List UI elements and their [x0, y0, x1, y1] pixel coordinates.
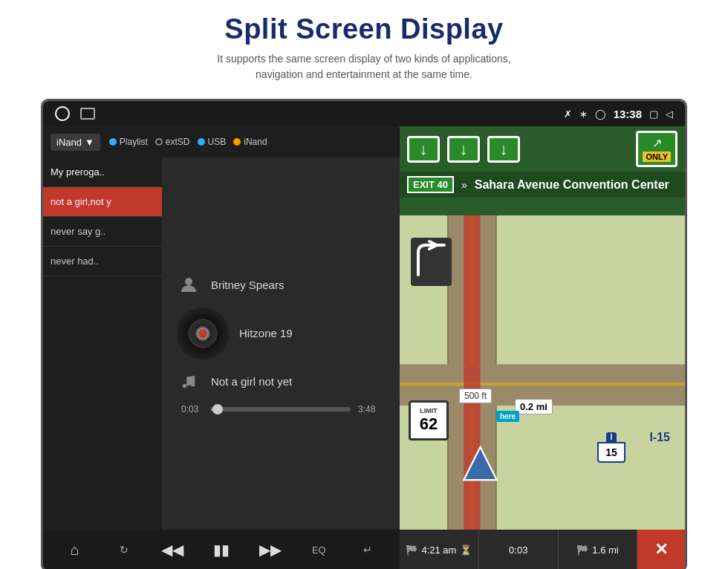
source-selector: iNand ▼ Playlist extSD USB: [43, 126, 400, 157]
track-info: Britney Spears Hitzone 19: [169, 273, 392, 394]
exit-info-bar: EXIT 40 » Sahara Avenue Convention Cente…: [400, 172, 685, 198]
playlist-item-2[interactable]: not a girl,not y: [43, 187, 162, 217]
album-row: Hitzone 19: [177, 308, 392, 360]
artist-name: Britney Spears: [211, 279, 284, 291]
status-right: ✗ ∗ ◯ 13:38 ▢ ◁: [564, 108, 673, 120]
radio-dot-playlist: [109, 138, 117, 146]
svg-rect-8: [400, 383, 685, 386]
music-note-icon: [177, 370, 201, 394]
status-time: 13:38: [614, 108, 642, 120]
page-subtitle: It supports the same screen display of t…: [45, 51, 683, 82]
page-title: Split Screen Display: [45, 13, 683, 45]
device-frame: ✗ ∗ ◯ 13:38 ▢ ◁ iNand ▼ Playlist: [41, 99, 687, 569]
close-icon: ✕: [654, 540, 668, 559]
eq-button[interactable]: EQ: [304, 535, 334, 565]
close-button[interactable]: ✕: [637, 530, 685, 569]
controls-bar: ⌂ ↻ ◀◀ ▮▮ ▶▶ EQ ↵: [43, 530, 400, 569]
speed-value: 62: [420, 414, 438, 434]
status-left: [55, 106, 95, 121]
playlist-sidebar: My preroga.. not a girl,not y never say …: [43, 157, 162, 530]
interstate-label: I: [606, 432, 617, 442]
highway-signs: ↓ ↓ ↓ ↗ ONLY EXIT 40 » Sahara Avenue Con…: [400, 126, 685, 215]
circle-icon: [55, 106, 70, 121]
distance-remaining-segment: 🏁 1.6 mi: [559, 530, 638, 569]
highway-text: I-15: [649, 431, 670, 444]
source-options: Playlist extSD USB iNand: [109, 137, 267, 147]
svg-point-0: [185, 278, 192, 285]
radio-dot-inand: [233, 138, 241, 146]
distance-marker: 500 ft: [459, 388, 492, 403]
image-icon: [80, 108, 95, 120]
svg-rect-9: [464, 215, 480, 530]
map-area: LIMIT 62 500 ft 0.2 mi here I-15: [400, 215, 685, 530]
checkered-flag-start: 🏁: [406, 544, 417, 556]
status-bar: ✗ ∗ ◯ 13:38 ▢ ◁: [43, 101, 685, 126]
back-button[interactable]: ↵: [353, 535, 383, 565]
svg-point-2: [191, 382, 195, 386]
song-row: Not a girl not yet: [177, 370, 392, 394]
split-container: iNand ▼ Playlist extSD USB: [43, 126, 685, 569]
time-total: 3:48: [358, 404, 380, 414]
home-button[interactable]: ⌂: [60, 535, 90, 565]
back-icon: ◁: [666, 108, 673, 120]
next-button[interactable]: ▶▶: [256, 535, 285, 565]
prev-button[interactable]: ◀◀: [157, 535, 187, 565]
playlist-item-1[interactable]: My preroga..: [43, 157, 162, 187]
turn-sign: [411, 238, 452, 286]
arrow-down-3: ↓: [487, 136, 520, 163]
playlist-area: My preroga.. not a girl,not y never say …: [43, 157, 400, 530]
radio-dot-usb: [198, 138, 205, 146]
screen-icon: ▢: [649, 108, 658, 120]
location-icon: ◯: [595, 108, 606, 120]
navigation-panel: ↓ ↓ ↓ ↗ ONLY EXIT 40 » Sahara Avenue Con…: [400, 126, 685, 569]
only-sign: ↗ ONLY: [636, 131, 677, 167]
clock-icon: ⏳: [460, 544, 472, 556]
radio-dot-extsd: [155, 138, 163, 146]
source-dropdown[interactable]: iNand ▼: [51, 134, 100, 151]
source-inand[interactable]: iNand: [233, 137, 267, 147]
progress-section: 0:03 3:48: [169, 404, 392, 414]
music-player-panel: iNand ▼ Playlist extSD USB: [43, 126, 400, 569]
interstate-number: 15: [597, 442, 625, 463]
artist-row: Britney Spears: [177, 273, 392, 297]
distance-remaining: 1.6 mi: [592, 544, 618, 556]
time-current: 0:03: [181, 404, 204, 414]
playlist-item-4[interactable]: never had..: [43, 247, 162, 276]
player-center: Britney Spears Hitzone 19: [162, 157, 400, 530]
bluetooth-icon2: ∗: [579, 108, 588, 120]
person-icon: [177, 273, 201, 297]
nav-bottom-bar: 🏁 4:21 am ⏳ 0:03 🏁 1.6 mi ✕: [400, 530, 685, 569]
pause-button[interactable]: ▮▮: [207, 535, 236, 565]
vinyl-disc: [177, 308, 229, 360]
source-extsd[interactable]: extSD: [155, 137, 190, 147]
time-remaining: 0:03: [509, 544, 527, 556]
arrow-down-2: ↓: [447, 136, 480, 163]
vinyl-center: [197, 328, 209, 339]
arrow-down-1: ↓: [407, 136, 440, 163]
eta-segment: 🏁 4:21 am ⏳: [400, 530, 479, 569]
playlist-item-3[interactable]: never say g..: [43, 217, 162, 247]
eta-time: 4:21 am: [421, 544, 456, 556]
here-logo: here: [496, 411, 519, 422]
checkered-flag-end: 🏁: [576, 544, 588, 556]
highway-badge: I 15: [597, 432, 625, 463]
signs-row: ↓ ↓ ↓ ↗ ONLY: [400, 126, 685, 172]
chevron-down-icon: ▼: [85, 137, 94, 148]
album-name: Hitzone 19: [239, 327, 293, 339]
destination-text: Sahara Avenue Convention Center: [475, 178, 669, 192]
exit-box: EXIT 40: [407, 176, 454, 193]
song-name: Not a girl not yet: [211, 375, 292, 388]
distance-total: 0.2 mi: [515, 399, 553, 414]
source-playlist[interactable]: Playlist: [109, 137, 148, 147]
page-header: Split Screen Display It supports the sam…: [0, 0, 728, 91]
source-usb[interactable]: USB: [198, 137, 227, 147]
speed-sign: LIMIT 62: [409, 400, 449, 440]
time-remaining-segment: 0:03: [479, 530, 559, 569]
svg-point-1: [183, 383, 187, 388]
progress-thumb: [212, 404, 223, 414]
bluetooth-icon: ✗: [564, 108, 572, 120]
progress-bar[interactable]: [211, 407, 351, 412]
repeat-button[interactable]: ↻: [109, 535, 139, 565]
i15-badge: I 15: [597, 432, 625, 463]
